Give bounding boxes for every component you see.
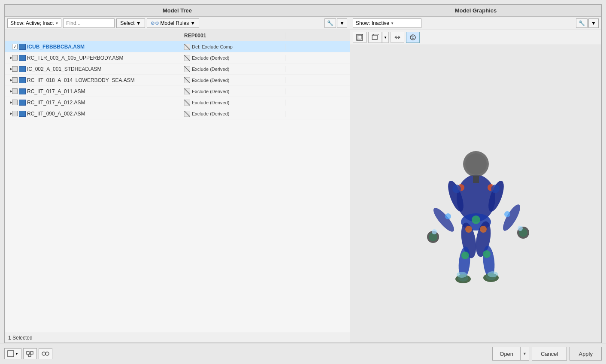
bottom-icon-btn-2[interactable] <box>23 348 37 359</box>
exclude-icon-3 <box>184 77 190 83</box>
fit-view-btn[interactable] <box>391 32 404 43</box>
svg-point-66 <box>452 185 461 193</box>
bottom-icon-2 <box>26 350 34 357</box>
select-label: Select <box>120 20 134 26</box>
tree-name-cell-2: ▶ IC_002_A_001_STDHEAD.ASM <box>5 66 182 72</box>
tree-empty-space <box>5 119 350 333</box>
asm-icon-root <box>19 44 26 50</box>
expand-arrow-5[interactable]: ▶ <box>6 100 11 104</box>
svg-point-46 <box>472 215 480 224</box>
rep-status-3: Exclude (Derived) <box>192 78 229 83</box>
expand-arrow-2[interactable]: ▶ <box>6 67 11 71</box>
graphics-wrench-icon: 🔧 <box>579 20 585 26</box>
spin-btn[interactable] <box>406 32 420 43</box>
graphics-more-btn[interactable]: ▼ <box>588 18 599 28</box>
view-box-icon <box>371 33 379 41</box>
svg-rect-73 <box>27 352 29 354</box>
apply-button[interactable]: Apply <box>570 347 602 361</box>
view-buttons-row: ▼ <box>350 30 601 45</box>
graphics-wrench-btn[interactable]: 🔧 <box>576 18 588 28</box>
checkbox-1[interactable] <box>12 55 18 61</box>
graphics-more-icon: ▼ <box>591 20 596 26</box>
open-button-arrow[interactable]: ▼ <box>520 347 529 361</box>
rep-status-6: Exclude (Derived) <box>192 111 229 116</box>
tree-row[interactable]: ▶ RC_IIT_017_A_012.ASM Exclude (Derived) <box>5 97 350 108</box>
rep-status-5: Exclude (Derived) <box>192 100 229 105</box>
tree-row[interactable]: ▶ RC_TLR_003_A_005_UPPERBODY.ASM Exclude… <box>5 52 350 64</box>
tree-rep-cell-6: Exclude (Derived) <box>182 111 285 117</box>
view-3d-btn[interactable] <box>353 32 367 43</box>
asm-icon-3 <box>19 77 26 83</box>
expand-arrow-3[interactable]: ▶ <box>6 78 11 82</box>
fit-view-icon <box>394 33 401 41</box>
graphics-tools: 🔧 ▼ <box>576 18 599 28</box>
checkbox-2[interactable] <box>12 66 18 72</box>
expand-arrow-6[interactable]: ▶ <box>6 112 11 115</box>
view-box-btn[interactable] <box>368 32 382 43</box>
tree-row[interactable]: ✓ ICUB_FBBBBCBA.ASM Def: Exclude Comp <box>5 41 350 52</box>
bottom-arrow-1: ▼ <box>15 352 18 356</box>
model-rules-icon: ⚙⚙ <box>151 21 159 26</box>
svg-point-57 <box>461 252 469 259</box>
expand-arrow-4[interactable]: ▶ <box>6 89 11 93</box>
asm-icon-1 <box>19 55 26 61</box>
tree-rep-cell-4: Exclude (Derived) <box>182 88 285 94</box>
model-rules-button[interactable]: ⚙⚙ Model Rules ▼ <box>147 18 200 28</box>
expand-arrow-1[interactable]: ▶ <box>6 56 11 60</box>
show-inactive-dropdown[interactable]: Show: Inactive ▼ <box>353 18 421 28</box>
tree-more-btn[interactable]: ▼ <box>337 18 347 28</box>
svg-point-62 <box>465 226 472 233</box>
model-graphics-panel: Model Graphics Show: Inactive ▼ 🔧 ▼ <box>350 5 601 343</box>
tree-header-row: REP0001 <box>5 30 350 41</box>
tree-rep-cell-5: Exclude (Derived) <box>182 100 285 106</box>
tree-row[interactable]: ▶ RC_IIT_090_A_002.ASM Exclude (Derived) <box>5 108 350 119</box>
checkbox-root[interactable]: ✓ <box>12 44 18 49</box>
exclude-icon-5 <box>184 100 190 106</box>
tree-row[interactable]: ▶ RC_IIT_017_A_011.ASM Exclude (Derived) <box>5 86 350 97</box>
bottom-icon-1 <box>7 350 14 357</box>
tree-row[interactable]: ▶ RC_IIT_018_A_014_LOWERBODY_SEA.ASM Exc… <box>5 75 350 86</box>
open-split-button[interactable]: Open ▼ <box>492 347 529 361</box>
model-tree-toolbar: Show: Active; Inact ▼ Select ▼ ⚙⚙ Model … <box>5 17 350 30</box>
robot-svg <box>401 104 551 284</box>
view-box-arrow-btn[interactable]: ▼ <box>382 32 389 43</box>
select-button[interactable]: Select ▼ <box>116 18 145 28</box>
cancel-button[interactable]: Cancel <box>532 347 567 361</box>
checkbox-4[interactable] <box>12 88 18 94</box>
bottom-bar: ▼ Op <box>0 343 606 364</box>
rep-status-4: Exclude (Derived) <box>192 89 229 94</box>
svg-point-69 <box>518 226 523 231</box>
bottom-icon-btn-1[interactable]: ▼ <box>4 348 21 359</box>
open-button-main[interactable]: Open <box>492 347 520 361</box>
find-input[interactable] <box>63 18 115 28</box>
tree-name-cell-4: ▶ RC_IIT_017_A_011.ASM <box>5 88 182 94</box>
bottom-icon-btn-3[interactable] <box>39 348 52 359</box>
svg-rect-15 <box>358 36 361 39</box>
svg-point-67 <box>491 185 500 193</box>
model-rules-label: Model Rules <box>161 20 189 26</box>
graphics-view[interactable] <box>350 45 601 343</box>
svg-point-68 <box>432 229 437 234</box>
checkbox-6[interactable] <box>12 111 18 116</box>
checkbox-5[interactable] <box>12 100 18 105</box>
svg-point-70 <box>457 272 467 278</box>
wrench-icon-btn[interactable]: 🔧 <box>324 18 336 28</box>
graphics-toolbar: Show: Inactive ▼ 🔧 ▼ <box>350 17 601 30</box>
show-inactive-arrow: ▼ <box>391 21 394 25</box>
rep-status-2: Exclude (Derived) <box>192 67 229 72</box>
tree-rep-col-header: REP0001 <box>182 33 285 39</box>
checkbox-3[interactable] <box>12 77 18 83</box>
tree-content: REP0001 ✓ ICUB_FBBBBCBA.ASM <box>5 30 350 333</box>
rep-status-root: Def: Exclude Comp <box>192 44 233 49</box>
show-dropdown-label: Show: Active; Inact <box>10 20 54 26</box>
show-dropdown[interactable]: Show: Active; Inact ▼ <box>7 18 61 28</box>
item-label-6: RC_IIT_090_A_002.ASM <box>27 111 85 117</box>
item-label-2: IC_002_A_001_STDHEAD.ASM <box>27 66 101 72</box>
tree-row[interactable]: ▶ IC_002_A_001_STDHEAD.ASM Exclude (Deri… <box>5 64 350 75</box>
bottom-icon-3 <box>42 350 49 357</box>
svg-rect-19 <box>372 35 377 39</box>
svg-rect-75 <box>28 354 31 357</box>
model-tree-title: Model Tree <box>5 5 350 17</box>
view-box-arrow-icon: ▼ <box>384 36 387 39</box>
tree-name-cell-3: ▶ RC_IIT_018_A_014_LOWERBODY_SEA.ASM <box>5 77 182 83</box>
